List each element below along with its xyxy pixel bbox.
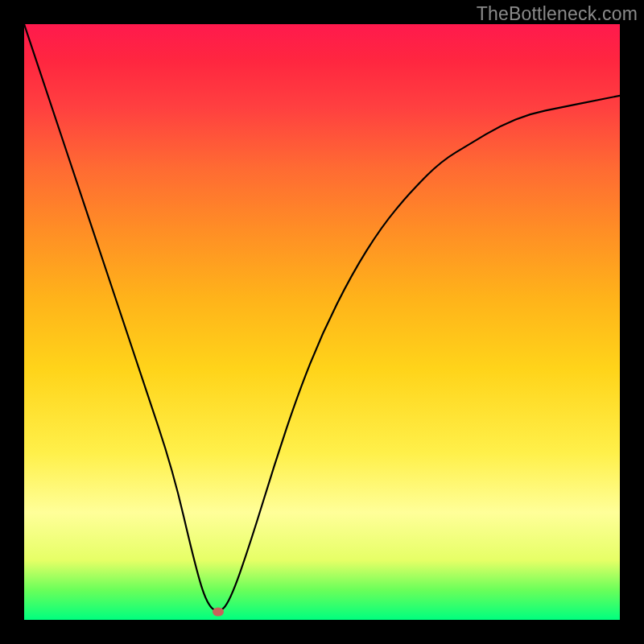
watermark-text: TheBottleneck.com <box>477 3 638 25</box>
curve-svg <box>24 24 620 620</box>
plot-area <box>24 24 620 620</box>
bottleneck-curve <box>24 24 620 611</box>
optimal-point-marker <box>213 608 224 617</box>
chart-frame: TheBottleneck.com <box>0 0 644 644</box>
